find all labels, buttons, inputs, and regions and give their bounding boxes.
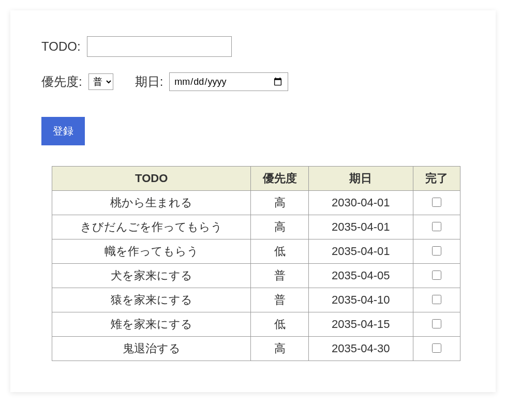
cell-todo: 猿を家来にする bbox=[52, 288, 251, 312]
cell-done bbox=[413, 288, 460, 312]
cell-due: 2035-04-01 bbox=[308, 215, 413, 239]
header-todo: TODO bbox=[52, 167, 251, 191]
cell-due: 2035-04-05 bbox=[308, 264, 413, 288]
table-header-row: TODO 優先度 期日 完了 bbox=[52, 167, 460, 191]
todo-label: TODO: bbox=[41, 39, 81, 54]
cell-priority: 低 bbox=[251, 239, 308, 264]
due-date-input[interactable] bbox=[169, 72, 288, 91]
todo-table: TODO 優先度 期日 完了 桃から生まれる高2030-04-01きびだんごを作… bbox=[52, 166, 460, 361]
table-row: 桃から生まれる高2030-04-01 bbox=[52, 191, 460, 215]
cell-due: 2035-04-01 bbox=[308, 239, 413, 264]
header-due: 期日 bbox=[308, 167, 413, 191]
cell-priority: 高 bbox=[251, 191, 308, 215]
todo-input-row: TODO: bbox=[41, 36, 465, 57]
cell-due: 2035-04-15 bbox=[308, 312, 413, 337]
table-body: 桃から生まれる高2030-04-01きびだんごを作ってもらう高2035-04-0… bbox=[52, 191, 460, 361]
priority-label: 優先度: bbox=[41, 73, 82, 90]
done-checkbox[interactable] bbox=[432, 222, 441, 231]
done-checkbox[interactable] bbox=[432, 246, 441, 256]
table-row: 鬼退治する高2035-04-30 bbox=[52, 337, 460, 361]
submit-button[interactable]: 登録 bbox=[41, 117, 85, 145]
done-checkbox[interactable] bbox=[432, 198, 441, 207]
cell-done bbox=[413, 239, 460, 264]
cell-priority: 普 bbox=[251, 288, 308, 312]
cell-todo: 幟を作ってもらう bbox=[52, 239, 251, 264]
header-priority: 優先度 bbox=[251, 167, 308, 191]
table-row: 犬を家来にする普2035-04-05 bbox=[52, 264, 460, 288]
cell-priority: 普 bbox=[251, 264, 308, 288]
cell-done bbox=[413, 191, 460, 215]
done-checkbox[interactable] bbox=[432, 271, 441, 280]
done-checkbox[interactable] bbox=[432, 319, 441, 328]
priority-select[interactable]: 普高低 bbox=[88, 73, 113, 90]
table-row: 雉を家来にする低2035-04-15 bbox=[52, 312, 460, 337]
table-row: 幟を作ってもらう低2035-04-01 bbox=[52, 239, 460, 264]
cell-done bbox=[413, 337, 460, 361]
cell-priority: 高 bbox=[251, 215, 308, 239]
cell-todo: 雉を家来にする bbox=[52, 312, 251, 337]
cell-done bbox=[413, 264, 460, 288]
cell-priority: 高 bbox=[251, 337, 308, 361]
table-row: きびだんごを作ってもらう高2035-04-01 bbox=[52, 215, 460, 239]
cell-todo: きびだんごを作ってもらう bbox=[52, 215, 251, 239]
cell-done bbox=[413, 312, 460, 337]
done-checkbox[interactable] bbox=[432, 295, 441, 304]
cell-due: 2035-04-30 bbox=[308, 337, 413, 361]
cell-todo: 桃から生まれる bbox=[52, 191, 251, 215]
cell-priority: 低 bbox=[251, 312, 308, 337]
cell-due: 2035-04-10 bbox=[308, 288, 413, 312]
header-done: 完了 bbox=[413, 167, 460, 191]
cell-todo: 鬼退治する bbox=[52, 337, 251, 361]
cell-done bbox=[413, 215, 460, 239]
todo-card: TODO: 優先度: 普高低 期日: 登録 TODO 優先度 期日 完了 桃から… bbox=[10, 10, 496, 392]
todo-input[interactable] bbox=[87, 36, 232, 57]
table-row: 猿を家来にする普2035-04-10 bbox=[52, 288, 460, 312]
cell-todo: 犬を家来にする bbox=[52, 264, 251, 288]
done-checkbox[interactable] bbox=[432, 343, 441, 353]
cell-due: 2030-04-01 bbox=[308, 191, 413, 215]
priority-due-row: 優先度: 普高低 期日: bbox=[41, 72, 465, 91]
due-date-label: 期日: bbox=[135, 73, 163, 90]
